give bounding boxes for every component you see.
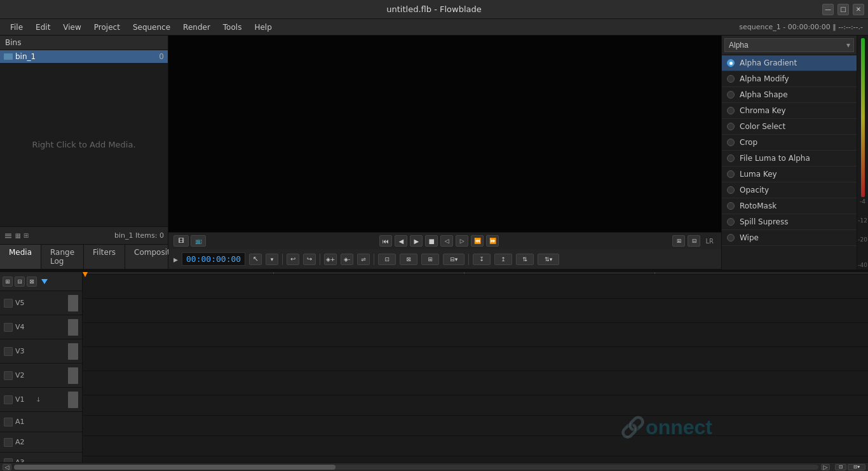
- mark-out-btn[interactable]: ▷: [456, 235, 468, 247]
- filter-item[interactable]: Spill Supress: [722, 214, 857, 230]
- next-mark-btn[interactable]: ⏩: [486, 235, 499, 247]
- filter-label: Alpha Gradient: [740, 58, 797, 67]
- v5-color: [68, 295, 78, 311]
- minimize-button[interactable]: —: [822, 4, 834, 15]
- filter-item[interactable]: Color Select: [722, 119, 857, 135]
- filter-dropdown[interactable]: Alpha Color Motion: [724, 38, 854, 52]
- menu-edit[interactable]: Edit: [31, 21, 55, 34]
- menu-render[interactable]: Render: [178, 21, 215, 34]
- goto-start-btn[interactable]: ⏮: [379, 235, 392, 247]
- media-tabs: Media Range Log Filters Compositors Jobs…: [0, 244, 168, 270]
- undo-btn[interactable]: ↩: [287, 254, 299, 265]
- bottom-right-controls: ⊡ ⊟▾: [835, 464, 865, 470]
- filter-item[interactable]: File Luma to Alpha: [722, 151, 857, 167]
- filmstrip-btn[interactable]: 🎞: [173, 235, 189, 247]
- track-header-toolbar: ⊞ ⊟ ⊠: [0, 272, 82, 291]
- tool-h[interactable]: ⇅▾: [538, 254, 559, 265]
- play-btn[interactable]: ▶: [410, 235, 423, 247]
- filter-item[interactable]: Alpha Modify: [722, 71, 857, 87]
- filter-radio: [727, 202, 735, 210]
- scroll-right-btn[interactable]: ▷: [821, 464, 830, 470]
- filter-item[interactable]: Wipe: [722, 230, 857, 246]
- filter-item[interactable]: Alpha Gradient: [722, 55, 857, 71]
- menu-sequence[interactable]: Sequence: [128, 21, 175, 34]
- bin-status: bin_1 Items: 0: [114, 231, 164, 240]
- media-placeholder: Right Click to Add Media.: [32, 140, 135, 149]
- media-area: Right Click to Add Media.: [0, 63, 168, 226]
- v3-mute[interactable]: [4, 347, 13, 356]
- grid-icon-small[interactable]: ▦: [15, 232, 20, 239]
- timeline-marker-icon[interactable]: ▸: [173, 254, 178, 264]
- tab-filters[interactable]: Filters: [84, 245, 125, 269]
- step-back-btn[interactable]: ◀: [395, 235, 407, 247]
- mark-in-btn[interactable]: ◁: [440, 235, 453, 247]
- track-tool-1[interactable]: ⊞: [3, 276, 13, 287]
- zoom-fit-btn[interactable]: ⊡: [835, 464, 846, 470]
- filter-item[interactable]: Luma Key: [722, 167, 857, 182]
- filter-label: RotoMask: [740, 201, 776, 210]
- zoom-toggle-btn[interactable]: ⊟▾: [848, 464, 865, 470]
- tab-media[interactable]: Media: [0, 245, 41, 269]
- filter-label: Chroma Key: [740, 106, 786, 115]
- tool-f[interactable]: ↥: [494, 254, 512, 265]
- audio-tracks: A1 A2 A3 A4: [0, 412, 82, 462]
- filter-item[interactable]: RotoMask: [722, 198, 857, 214]
- filter-label: Spill Supress: [740, 217, 788, 226]
- menu-tools[interactable]: Tools: [218, 21, 247, 34]
- track-tool-2[interactable]: ⊟: [15, 276, 25, 287]
- layout-btn1[interactable]: ⊞: [672, 235, 685, 247]
- redo-btn[interactable]: ↪: [303, 254, 316, 265]
- stop-btn[interactable]: ■: [425, 235, 438, 247]
- v4-mute[interactable]: [4, 323, 13, 332]
- v5-mute[interactable]: [4, 299, 13, 308]
- add-keyframe-btn[interactable]: ◈+: [324, 254, 337, 265]
- track-tool-3[interactable]: ⊠: [27, 276, 37, 287]
- tool-e[interactable]: ↧: [473, 254, 491, 265]
- grid-icon-large[interactable]: ⊞: [24, 232, 29, 239]
- tick-1: [273, 272, 274, 274]
- tool-a[interactable]: ⊡: [378, 254, 396, 265]
- tab-rangelog[interactable]: Range Log: [41, 245, 84, 269]
- a1-label: A1: [15, 418, 33, 426]
- prev-mark-btn[interactable]: ⏪: [471, 235, 484, 247]
- track-a3: A3: [0, 453, 82, 462]
- tool-g[interactable]: ⇅: [516, 254, 534, 265]
- bin-row[interactable]: bin_1 0: [0, 50, 168, 63]
- del-keyframe-btn[interactable]: ◈-: [341, 254, 353, 265]
- filter-label: Wipe: [740, 233, 759, 242]
- maximize-button[interactable]: □: [837, 4, 849, 15]
- close-button[interactable]: ✕: [853, 4, 864, 15]
- monitor-btn[interactable]: 📺: [191, 235, 206, 247]
- layout-btn2[interactable]: ⊟: [688, 235, 700, 247]
- menu-file[interactable]: File: [5, 21, 28, 34]
- timecode[interactable]: 00:00:00:00: [182, 252, 245, 266]
- menu-help[interactable]: Help: [249, 21, 276, 34]
- vu-label-40: -40: [858, 262, 867, 268]
- scroll-left-btn[interactable]: ◁: [3, 464, 11, 470]
- filter-label: Color Select: [740, 122, 785, 131]
- hamburger-icon[interactable]: ≡: [4, 229, 12, 242]
- tool-d[interactable]: ⊟▾: [443, 254, 465, 265]
- preview-controls: 🎞 📺 ⏮ ◀ ▶ ■ ◁ ▷ ⏪ ⏩ ⊞ ⊟ LR: [168, 232, 721, 249]
- v1-label: V1: [15, 395, 33, 404]
- filter-item[interactable]: Alpha Shape: [722, 87, 857, 103]
- tool-b[interactable]: ⊠: [400, 254, 417, 265]
- v1-mute[interactable]: [4, 395, 13, 404]
- filter-item[interactable]: Opacity: [722, 182, 857, 198]
- filter-label: Alpha Shape: [740, 90, 788, 99]
- pointer-dropdown[interactable]: ▾: [266, 254, 278, 265]
- h-scrollbar-track[interactable]: [14, 465, 818, 470]
- filter-item[interactable]: Crop: [722, 135, 857, 151]
- menu-project[interactable]: Project: [89, 21, 125, 34]
- timeline-tracks: [83, 275, 868, 462]
- video-tracks: V5 V4 V3 V2: [0, 291, 82, 412]
- menu-view[interactable]: View: [58, 21, 86, 34]
- sync-btn[interactable]: ⇌: [357, 254, 370, 265]
- filter-label: Opacity: [740, 186, 769, 195]
- v2-mute[interactable]: [4, 371, 13, 380]
- filter-item[interactable]: Chroma Key: [722, 103, 857, 119]
- tool-c[interactable]: ⊞: [421, 254, 439, 265]
- pointer-tool[interactable]: ↖: [249, 254, 262, 265]
- a1-mute[interactable]: [4, 418, 13, 427]
- a2-mute[interactable]: [4, 438, 13, 447]
